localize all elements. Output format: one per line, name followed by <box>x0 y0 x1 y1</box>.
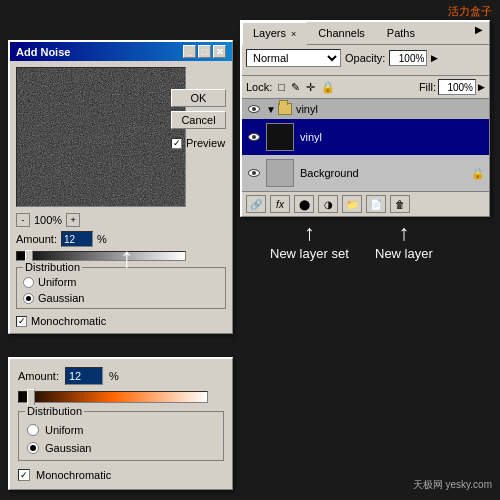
monochromatic-checkbox[interactable]: ✓ <box>16 316 27 327</box>
gaussian-radio-lg[interactable] <box>27 442 39 454</box>
fill-label: Fill: <box>419 81 436 93</box>
adjustment-icon[interactable]: ◑ <box>318 195 338 213</box>
opacity-arrow[interactable]: ▶ <box>431 53 438 63</box>
layer-vinyl[interactable]: vinyl <box>242 119 489 155</box>
preview-checkbox[interactable]: ✓ <box>171 138 182 149</box>
monochromatic-label: Monochromatic <box>31 315 106 327</box>
tab-channels[interactable]: Channels <box>307 22 375 44</box>
amount-input[interactable] <box>61 231 93 247</box>
amount-slider-track[interactable] <box>16 251 186 261</box>
tab-paths[interactable]: Paths <box>376 22 426 44</box>
mask-icon[interactable]: ⬤ <box>294 195 314 213</box>
blend-row: Normal Opacity: ▶ <box>246 49 485 67</box>
dialog-title: Add Noise <box>16 46 70 58</box>
zoom-in-button[interactable]: + <box>66 213 80 227</box>
percent-label: % <box>97 233 107 245</box>
uniform-radio[interactable] <box>23 277 34 288</box>
layer-background[interactable]: Background 🔒 <box>242 155 489 191</box>
distribution-group-lg: Distribution Uniform Gaussian <box>18 411 224 461</box>
layers-list: ▼ vinyl vinyl Background 🔒 <box>242 99 489 191</box>
uniform-radio-row: Uniform <box>23 276 219 288</box>
distribution-legend-lg: Distribution <box>25 405 84 417</box>
dialog-content: OK Cancel ✓ Preview - 100% + Amount: % <box>10 61 232 333</box>
uniform-label: Uniform <box>38 276 77 288</box>
amount-row-lg: Amount: % <box>18 367 224 385</box>
eye-icon-group[interactable] <box>246 101 262 117</box>
new-layer-arrow: ↑ New layer <box>375 220 433 261</box>
gaussian-radio[interactable] <box>23 293 34 304</box>
monochromatic-checkbox-lg[interactable]: ✓ <box>18 469 30 481</box>
amount-label: Amount: <box>16 233 57 245</box>
preview-checkbox-row: ✓ Preview <box>171 137 226 149</box>
fill-row: Fill: ▶ <box>419 79 485 95</box>
lock-position-icon[interactable]: ✎ <box>291 81 300 94</box>
amount-label-lg: Amount: <box>18 370 59 382</box>
folder-icon <box>278 103 292 115</box>
amount-input-lg[interactable] <box>65 367 103 385</box>
amount-slider-lg[interactable] <box>18 391 208 403</box>
new-layer-set-arrow: ↑ New layer set <box>270 220 349 261</box>
link-icon[interactable]: 🔗 <box>246 195 266 213</box>
fill-input[interactable] <box>438 79 476 95</box>
lock-move-icon[interactable]: ✛ <box>306 81 315 94</box>
maximize-button[interactable]: □ <box>198 45 211 58</box>
lock-all-icon[interactable]: 🔒 <box>321 81 335 94</box>
layer-group-vinyl[interactable]: ▼ vinyl <box>242 99 489 119</box>
new-layer-icon[interactable]: 📄 <box>366 195 386 213</box>
lock-transparent-icon[interactable]: □ <box>278 81 285 93</box>
titlebar-buttons: _ □ ✕ <box>183 45 226 58</box>
opacity-input[interactable] <box>389 50 427 66</box>
delete-icon[interactable]: 🗑 <box>390 195 410 213</box>
cancel-button[interactable]: Cancel <box>171 111 226 129</box>
eye-icon-bg[interactable] <box>246 165 262 181</box>
layer-name-bg: Background <box>300 167 471 179</box>
zoom-row: - 100% + <box>16 213 226 227</box>
layers-tabs: Layers × Channels Paths ▶ <box>242 22 489 45</box>
fx-icon[interactable]: fx <box>270 195 290 213</box>
noise-preview <box>17 68 185 206</box>
group-name: vinyl <box>296 103 485 115</box>
new-layer-set-label: New layer set <box>270 246 349 261</box>
fill-arrow[interactable]: ▶ <box>478 82 485 92</box>
tab-layers-close[interactable]: × <box>291 29 296 39</box>
lock-row: Lock: □ ✎ ✛ 🔒 Fill: ▶ <box>242 76 489 99</box>
bg-lock-icon: 🔒 <box>471 167 485 180</box>
uniform-radio-row-lg: Uniform <box>27 424 215 436</box>
gaussian-label: Gaussian <box>38 292 84 304</box>
layer-name-vinyl: vinyl <box>300 131 485 143</box>
dialog-right-buttons: OK Cancel ✓ Preview <box>171 89 226 149</box>
uniform-label-lg: Uniform <box>45 424 84 436</box>
minimize-button[interactable]: _ <box>183 45 196 58</box>
opacity-label: Opacity: <box>345 52 385 64</box>
layers-panel: Layers × Channels Paths ▶ Normal Opacity… <box>240 20 490 217</box>
zoom-out-button[interactable]: - <box>16 213 30 227</box>
group-triangle-icon[interactable]: ▼ <box>266 104 276 115</box>
eye-icon-vinyl[interactable] <box>246 129 262 145</box>
layer-thumb-bg <box>266 159 294 187</box>
zoom-level: 100% <box>34 214 62 226</box>
dialog-titlebar: Add Noise _ □ ✕ <box>10 42 232 61</box>
close-button[interactable]: ✕ <box>213 45 226 58</box>
uniform-radio-lg[interactable] <box>27 424 39 436</box>
gaussian-radio-row-lg: Gaussian <box>27 442 215 454</box>
panel-menu-button[interactable]: ▶ <box>469 22 489 44</box>
preview-label: Preview <box>186 137 225 149</box>
blend-mode-select[interactable]: Normal <box>246 49 341 67</box>
gaussian-label-lg: Gaussian <box>45 442 91 454</box>
monochromatic-row-lg: ✓ Monochromatic <box>18 469 224 481</box>
blend-controls: Normal Opacity: ▶ <box>242 45 489 76</box>
bottom-dialog: Amount: % Distribution Uniform Gaussian … <box>8 357 233 490</box>
bottom-dialog-arrow: ↑ <box>120 242 134 274</box>
layer-thumb-vinyl <box>266 123 294 151</box>
svg-rect-1 <box>17 68 185 206</box>
monochromatic-label-lg: Monochromatic <box>36 469 111 481</box>
new-layer-set-icon[interactable]: 📁 <box>342 195 362 213</box>
watermark-top-right: 活力盒子 <box>448 4 492 19</box>
watermark-bottom-right: 天极网 yesky.com <box>413 478 492 492</box>
layers-toolbar: 🔗 fx ⬤ ◑ 📁 📄 🗑 <box>242 191 489 216</box>
ok-button[interactable]: OK <box>171 89 226 107</box>
gaussian-radio-row: Gaussian <box>23 292 219 304</box>
tab-layers[interactable]: Layers × <box>242 22 307 45</box>
add-noise-dialog: Add Noise _ □ ✕ OK Cancel ✓ Previ <box>8 40 233 334</box>
lock-label: Lock: <box>246 81 272 93</box>
